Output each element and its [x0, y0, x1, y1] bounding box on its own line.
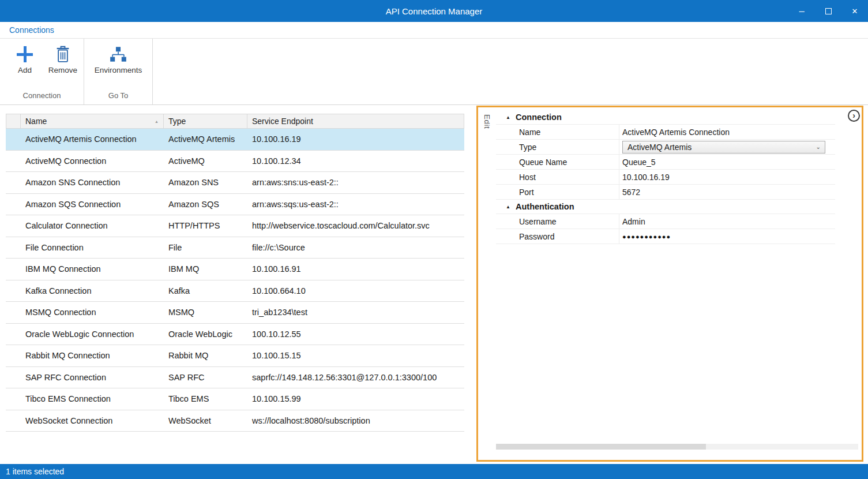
cell-type: Amazon SNS [164, 178, 247, 187]
cell-name: WebSocket Connection [21, 416, 164, 425]
field-username[interactable]: Admin [622, 217, 645, 226]
horizontal-scrollbar[interactable] [496, 444, 858, 450]
collapse-panel-button[interactable]: › [848, 110, 860, 122]
cell-endpoint: arn:aws:sqs:us-east-2:: [247, 200, 464, 209]
ribbon-group-label-goto: Go To [84, 89, 152, 104]
edit-panel-tab[interactable]: Edit [478, 107, 495, 460]
cell-type: Oracle WebLogic [164, 330, 247, 339]
remove-button[interactable]: Remove [44, 39, 82, 74]
field-port[interactable]: 5672 [622, 188, 640, 197]
expander-icon: ▲ [506, 115, 516, 120]
property-row: UsernameAdmin [496, 214, 835, 229]
maximize-button[interactable] [815, 0, 841, 22]
environments-hierarchy-icon [110, 46, 127, 62]
minimize-icon: ─ [799, 7, 804, 16]
connections-table-body: ActiveMQ Artemis ConnectionActiveMQ Arte… [6, 129, 464, 432]
cell-type: HTTP/HTTPS [164, 221, 247, 230]
table-row[interactable]: Amazon SNS ConnectionAmazon SNSarn:aws:s… [6, 172, 464, 194]
connections-table: Name ▲ Type Service Endpoint ActiveMQ Ar… [6, 114, 464, 432]
cell-endpoint: arn:aws:sns:us-east-2:: [247, 178, 464, 187]
cell-type: File [164, 243, 247, 252]
cell-name: Tibco EMS Connection [21, 394, 164, 403]
close-icon: ✕ [852, 7, 858, 16]
cell-name: IBM MQ Connection [21, 264, 164, 274]
cell-endpoint: 10.100.15.15 [247, 351, 464, 360]
cell-name: Kafka Connection [21, 286, 164, 295]
minimize-button[interactable]: ─ [788, 0, 815, 22]
field-host[interactable]: 10.100.16.19 [622, 173, 670, 182]
property-label: Host [496, 170, 619, 184]
field-password[interactable]: ●●●●●●●●●●● [622, 233, 671, 240]
cell-type: Kafka [164, 286, 247, 295]
table-row[interactable]: Calculator ConnectionHTTP/HTTPShttp://we… [6, 215, 464, 237]
cell-name: Calculator Connection [21, 221, 164, 230]
chevron-down-icon: ⌄ [816, 144, 821, 150]
group-label: Connection [516, 113, 562, 122]
property-row: Host10.100.16.19 [496, 170, 835, 185]
cell-type: MSMQ [164, 308, 247, 317]
property-value-cell: ActiveMQ Artemis Connection [619, 125, 835, 139]
table-row[interactable]: Kafka ConnectionKafka10.100.664.10 [6, 280, 464, 302]
ribbon-group-goto: Environments Go To [84, 39, 153, 104]
property-group-header[interactable]: ▲Connection [496, 110, 835, 125]
property-row: Queue NameQueue_5 [496, 155, 835, 170]
property-value-cell: Admin [619, 214, 835, 229]
add-button[interactable]: Add [6, 39, 44, 74]
combobox-value: ActiveMQ Artemis [627, 143, 692, 152]
titlebar[interactable]: API Connection Manager ─ ✕ [0, 0, 868, 22]
add-icon [16, 46, 33, 63]
cell-endpoint: tri_ab1234\test [247, 308, 464, 317]
environments-button[interactable]: Environments [89, 39, 148, 74]
table-row[interactable]: ActiveMQ Artemis ConnectionActiveMQ Arte… [6, 129, 464, 151]
property-label: Password [496, 229, 619, 244]
tab-connections[interactable]: Connections [9, 25, 54, 35]
cell-endpoint: 10.100.16.19 [247, 134, 464, 144]
close-button[interactable]: ✕ [841, 0, 868, 22]
window-title: API Connection Manager [0, 6, 868, 16]
cell-name: SAP RFC Connection [21, 373, 164, 382]
property-label: Queue Name [496, 155, 619, 169]
property-group-header[interactable]: ▲Authentication [496, 200, 835, 214]
cell-name: Oracle WebLogic Connection [21, 330, 164, 339]
table-row[interactable]: MSMQ ConnectionMSMQtri_ab1234\test [6, 302, 464, 324]
property-row: NameActiveMQ Artemis Connection [496, 125, 835, 140]
cell-endpoint: saprfc://149.148.12.56:3301@127.0.0.1:33… [247, 373, 464, 382]
chevron-right-icon: › [852, 111, 855, 119]
maximize-icon [825, 8, 832, 14]
table-row[interactable]: ActiveMQ ConnectionActiveMQ10.100.12.34 [6, 151, 464, 173]
column-header-name[interactable]: Name ▲ [21, 114, 164, 129]
scrollbar-thumb[interactable] [496, 444, 706, 450]
table-row[interactable]: IBM MQ ConnectionIBM MQ10.100.16.91 [6, 259, 464, 280]
field-name[interactable]: ActiveMQ Artemis Connection [622, 128, 730, 137]
table-row[interactable]: File ConnectionFilefile://c:\Source [6, 237, 464, 259]
table-row[interactable]: Amazon SQS ConnectionAmazon SQSarn:aws:s… [6, 194, 464, 216]
column-header-name-label: Name [25, 117, 47, 126]
cell-endpoint: 10.100.16.91 [247, 264, 464, 274]
table-row[interactable]: Tibco EMS ConnectionTibco EMS10.100.15.9… [6, 388, 464, 410]
cell-endpoint: 10.100.12.34 [247, 156, 464, 166]
edit-panel: Edit › ▲ConnectionNameActiveMQ Artemis C… [476, 106, 863, 462]
trash-icon [55, 46, 70, 63]
ribbon-group-connection: Add Remove Connection [0, 39, 84, 104]
property-value-cell: Queue_5 [619, 155, 835, 169]
table-row[interactable]: SAP RFC ConnectionSAP RFCsaprfc://149.14… [6, 367, 464, 389]
field-queue-name[interactable]: Queue_5 [622, 158, 656, 167]
property-row: Password●●●●●●●●●●● [496, 229, 835, 244]
property-row: Port5672 [496, 185, 835, 200]
window: API Connection Manager ─ ✕ Connections [0, 0, 868, 479]
table-row[interactable]: Rabbit MQ ConnectionRabbit MQ10.100.15.1… [6, 345, 464, 367]
cell-name: Rabbit MQ Connection [21, 351, 164, 360]
ribbon: Add Remove Connection [0, 39, 868, 105]
sort-ascending-icon: ▲ [155, 119, 159, 124]
type-combobox[interactable]: ActiveMQ Artemis⌄ [622, 141, 825, 154]
selector-column-header[interactable] [6, 114, 21, 129]
table-row[interactable]: Oracle WebLogic ConnectionOracle WebLogi… [6, 324, 464, 346]
column-header-type[interactable]: Type [164, 114, 247, 129]
table-row[interactable]: WebSocket ConnectionWebSocketws://localh… [6, 410, 464, 432]
column-header-endpoint[interactable]: Service Endpoint [247, 114, 464, 129]
cell-endpoint: 10.100.664.10 [247, 286, 464, 295]
cell-type: WebSocket [164, 416, 247, 425]
property-label: Name [496, 125, 619, 139]
property-value-cell: ●●●●●●●●●●● [619, 229, 835, 244]
property-value-cell: 5672 [619, 185, 835, 199]
